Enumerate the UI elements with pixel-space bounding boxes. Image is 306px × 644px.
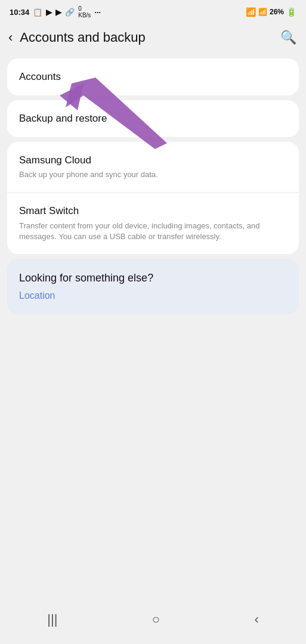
cloud-switch-card: Samsung Cloud Back up your phone and syn… [7,142,299,254]
notification-icon-2: ▶ [46,8,52,17]
smart-switch-title: Smart Switch [19,205,287,218]
backup-title: Backup and restore [19,112,287,125]
home-button[interactable]: ○ [138,607,174,632]
nav-left: ‹ Accounts and backup [6,27,146,48]
status-icons-right: 📶 📶 26% 🔋 [246,7,296,17]
back-button[interactable]: ‹ [6,27,15,48]
backup-item[interactable]: Backup and restore [7,100,299,137]
samsung-cloud-title: Samsung Cloud [19,154,287,167]
top-nav: ‹ Accounts and backup 🔍 [0,21,306,54]
bottom-nav: ||| ○ ‹ [0,600,306,644]
samsung-cloud-item[interactable]: Samsung Cloud Back up your phone and syn… [7,142,299,192]
looking-title: Looking for something else? [19,272,287,284]
location-link[interactable]: Location [19,290,287,301]
accounts-card: Accounts [7,58,299,95]
backup-card: Backup and restore [7,100,299,137]
accounts-title: Accounts [19,70,287,83]
main-content: Accounts Backup and restore Samsung Clou… [0,54,306,600]
status-bar: 10:34 📋 ▶ ▶ 🔗 0KB/s ··· 📶 📶 26% 🔋 [0,0,306,21]
smart-switch-subtitle: Transfer content from your old device, i… [19,221,287,242]
data-speed: 0KB/s [78,5,91,18]
notification-icon-1: 📋 [33,8,42,17]
recents-button[interactable]: ||| [33,607,72,632]
accounts-item[interactable]: Accounts [7,58,299,95]
smart-switch-item[interactable]: Smart Switch Transfer content from your … [7,192,299,253]
page-title: Accounts and backup [20,30,145,45]
back-nav-button[interactable]: ‹ [240,607,273,632]
looking-card: Looking for something else? Location [7,259,299,314]
notification-icon-3: ▶ [55,8,61,17]
search-button[interactable]: 🔍 [280,30,296,45]
wifi-icon: 📶 [246,7,256,17]
battery-icon: 🔋 [286,7,296,17]
battery-percent: 26% [270,8,284,16]
signal-icon: 📶 [258,8,267,16]
notification-icon-4: 🔗 [65,8,75,17]
samsung-cloud-subtitle: Back up your phone and sync your data. [19,169,287,180]
status-time: 10:34 📋 ▶ ▶ 🔗 0KB/s ··· [10,5,101,18]
more-icon: ··· [94,8,101,17]
time-display: 10:34 [10,8,29,17]
